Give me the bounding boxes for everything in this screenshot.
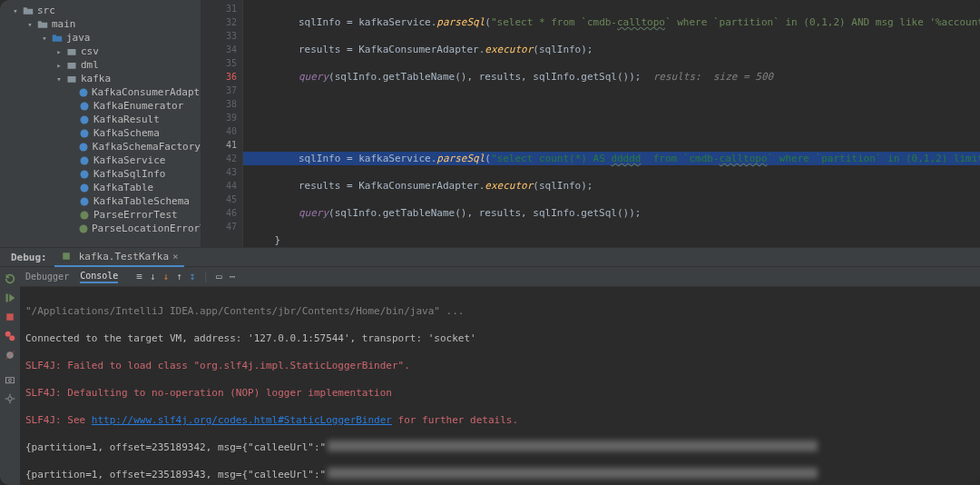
line-number: 46 bbox=[201, 206, 237, 220]
class-icon bbox=[78, 168, 91, 181]
mute-breakpoints-button[interactable] bbox=[1, 347, 19, 363]
tree-folder-java[interactable]: ▾java bbox=[0, 31, 201, 45]
evaluate-icon[interactable]: ▭ bbox=[216, 271, 222, 282]
tree-file[interactable]: KafkaTableSchema bbox=[0, 194, 201, 208]
folder-icon bbox=[36, 18, 49, 31]
line-number: 32 bbox=[201, 15, 237, 29]
step-over-icon[interactable]: ≡ bbox=[136, 271, 142, 282]
console-error-line: SLF4J: See http://www.slf4j.org/codes.ht… bbox=[25, 413, 975, 427]
code-area[interactable]: sqlInfo = kafkaService.parseSql("select … bbox=[243, 0, 980, 247]
tree-label: ParseErrorTest bbox=[93, 209, 178, 221]
console-line: Connected to the target VM, address: '12… bbox=[25, 332, 975, 345]
svg-point-17 bbox=[5, 332, 11, 337]
tree-pkg-dml[interactable]: ▸dml bbox=[0, 58, 201, 72]
tree-file[interactable]: KafkaTable bbox=[0, 181, 201, 194]
tree-file[interactable]: KafkaEnumerator bbox=[0, 99, 201, 113]
project-tree[interactable]: ▾src ▾main ▾java ▸csv ▸dml ▾kafka KafkaC… bbox=[0, 0, 201, 247]
tab-console[interactable]: Console bbox=[80, 271, 118, 283]
svg-point-10 bbox=[81, 183, 89, 192]
debug-tab-label: kafka.TestKafka bbox=[79, 251, 169, 262]
line-number: 38 bbox=[201, 97, 237, 111]
tree-label: KafkaSchemaFactory bbox=[93, 141, 201, 153]
svg-point-9 bbox=[81, 170, 89, 178]
line-number: 41 bbox=[201, 138, 237, 152]
line-number: 43 bbox=[201, 165, 237, 179]
rerun-button[interactable] bbox=[1, 271, 19, 287]
class-icon bbox=[78, 223, 89, 235]
trace-icon[interactable]: ⋯ bbox=[230, 271, 236, 282]
tree-file[interactable]: KafkaResult bbox=[0, 113, 201, 126]
line-number: 40 bbox=[201, 124, 237, 138]
tree-label: KafkaSchema bbox=[93, 127, 160, 139]
tree-file[interactable]: KafkaSchemaFactory bbox=[0, 140, 201, 153]
tree-file[interactable]: KafkaSchema bbox=[0, 126, 201, 140]
tree-label: KafkaResult bbox=[93, 114, 160, 125]
console-link[interactable]: http://www.slf4j.org/codes.html#StaticLo… bbox=[92, 414, 392, 426]
tree-file[interactable]: KafkaConsumerAdapter bbox=[0, 85, 201, 99]
tree-label: java bbox=[66, 32, 91, 44]
tree-label: dml bbox=[81, 59, 99, 71]
tree-label: kafka bbox=[81, 73, 111, 84]
tree-label: src bbox=[37, 5, 55, 16]
line-number: 39 bbox=[201, 111, 237, 124]
close-icon[interactable]: × bbox=[172, 251, 179, 262]
svg-rect-21 bbox=[6, 378, 15, 383]
class-icon bbox=[78, 195, 91, 208]
tree-folder-src[interactable]: ▾src bbox=[0, 4, 201, 17]
tree-label: KafkaSqlInfo bbox=[93, 168, 165, 180]
step-out-icon[interactable]: ↑ bbox=[176, 271, 182, 282]
class-icon bbox=[78, 141, 90, 153]
console-output[interactable]: "/Applications/IntelliJ IDEA.app/Content… bbox=[20, 287, 980, 485]
tree-file[interactable]: KafkaService bbox=[0, 153, 201, 167]
svg-point-4 bbox=[81, 102, 89, 110]
tree-pkg-kafka[interactable]: ▾kafka bbox=[0, 72, 201, 85]
line-number: 34 bbox=[201, 43, 237, 56]
svg-point-13 bbox=[80, 224, 88, 233]
breakpoint-line[interactable]: sqlInfo = kafkaService.parseSql("select … bbox=[243, 152, 980, 165]
folder-icon bbox=[22, 5, 34, 17]
line-number: 37 bbox=[201, 84, 237, 97]
tree-file[interactable]: ParseErrorTest bbox=[0, 208, 201, 222]
line-number: 31 bbox=[201, 2, 237, 15]
tree-label: ParseLocationErrorTest bbox=[92, 223, 201, 234]
settings-button[interactable] bbox=[1, 391, 19, 407]
package-icon bbox=[65, 45, 78, 58]
run-to-cursor-icon[interactable]: ↧ bbox=[190, 271, 196, 282]
svg-rect-1 bbox=[68, 63, 76, 69]
tree-label: KafkaService bbox=[93, 154, 165, 166]
class-icon bbox=[78, 114, 91, 126]
camera-button[interactable] bbox=[1, 371, 19, 388]
force-step-into-icon[interactable]: ↓ bbox=[163, 271, 170, 282]
tree-folder-main[interactable]: ▾main bbox=[0, 17, 201, 31]
svg-point-8 bbox=[81, 156, 89, 164]
stop-button[interactable] bbox=[1, 309, 19, 325]
debug-action-rail bbox=[0, 267, 20, 485]
tree-file[interactable]: KafkaSqlInfo bbox=[0, 167, 201, 181]
tree-file[interactable]: ParseLocationErrorTest bbox=[0, 222, 201, 235]
editor[interactable]: 31 32 33 34 35 36 37 38 39 40 41 42 43 4… bbox=[201, 0, 980, 247]
class-icon bbox=[78, 100, 91, 113]
view-breakpoints-button[interactable] bbox=[1, 328, 19, 344]
package-icon bbox=[65, 59, 78, 72]
step-into-icon[interactable]: ↓ bbox=[150, 271, 156, 282]
tree-label: csv bbox=[81, 45, 99, 57]
gutter[interactable]: 31 32 33 34 35 36 37 38 39 40 41 42 43 4… bbox=[201, 0, 243, 247]
svg-point-12 bbox=[81, 211, 89, 219]
tab-debugger[interactable]: Debugger bbox=[25, 272, 69, 282]
separator: | bbox=[202, 271, 209, 282]
tree-pkg-csv[interactable]: ▸csv bbox=[0, 45, 201, 58]
debug-tab[interactable]: kafka.TestKafka × bbox=[54, 247, 184, 267]
console-toolbar: Debugger Console ≡ ↓ ↓ ↑ ↧ | ▭ ⋯ bbox=[20, 267, 980, 287]
svg-rect-16 bbox=[6, 313, 14, 321]
tree-label: KafkaEnumerator bbox=[93, 100, 183, 112]
class-icon bbox=[78, 209, 91, 222]
svg-point-7 bbox=[80, 143, 88, 151]
line-number: 33 bbox=[201, 29, 237, 43]
svg-point-6 bbox=[81, 129, 89, 137]
line-number: 42 bbox=[201, 152, 237, 165]
class-icon bbox=[78, 182, 91, 194]
class-icon bbox=[78, 86, 89, 99]
inline-debug-value: results: size = 500 bbox=[653, 71, 773, 83]
resume-button[interactable] bbox=[1, 290, 19, 306]
console-line: "/Applications/IntelliJ IDEA.app/Content… bbox=[25, 304, 975, 318]
